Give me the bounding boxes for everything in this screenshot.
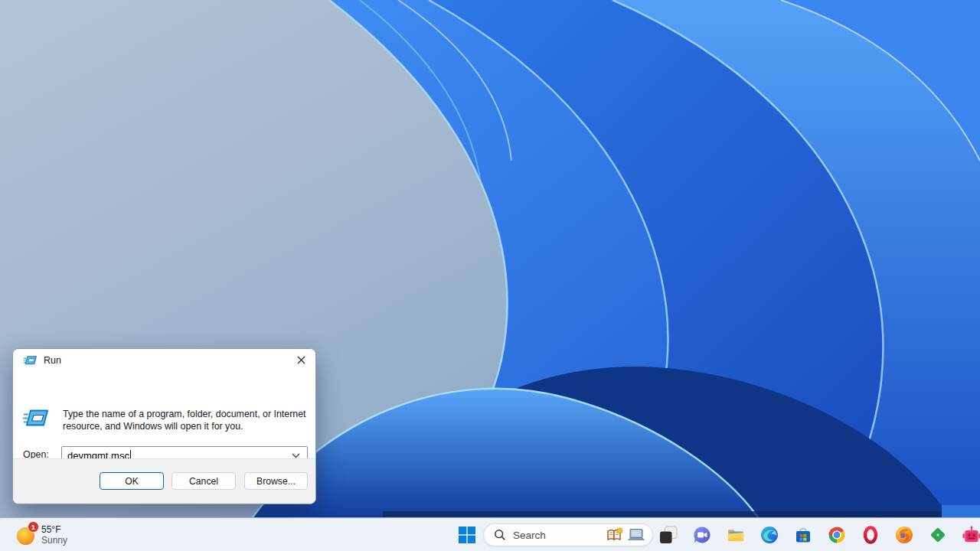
search-label: Search (513, 530, 546, 541)
file-explorer-icon (727, 526, 745, 544)
weather-widget[interactable]: 1 55°F Sunny (9, 518, 74, 551)
weather-text: 55°F Sunny (41, 524, 67, 546)
run-app-icon (23, 355, 37, 366)
taskbar: 1 55°F Sunny S (0, 517, 980, 551)
robot-app-icon (962, 525, 980, 545)
dialog-title: Run (44, 355, 61, 366)
taskbar-app-icons (659, 526, 980, 544)
search-highlight-laptop-icon (627, 528, 645, 542)
cancel-button[interactable]: Cancel (172, 472, 236, 490)
run-dialog-body: Type the name of a program, folder, docu… (13, 371, 315, 460)
dialog-message: Type the name of a program, folder, docu… (63, 409, 312, 432)
microsoft-store-icon (794, 526, 812, 544)
chrome-button[interactable] (828, 526, 846, 544)
weather-temperature: 55°F (41, 524, 67, 535)
file-explorer-button[interactable] (727, 526, 745, 544)
search-icon (494, 529, 506, 541)
ok-button[interactable]: OK (100, 472, 164, 490)
weather-sun-wrap: 1 (15, 525, 36, 546)
robot-app-button[interactable] (962, 526, 980, 544)
green-diamond-app-button[interactable] (929, 526, 947, 544)
green-diamond-app-icon (929, 526, 947, 544)
desktop: Run Type the name of a program, folder, … (0, 0, 980, 551)
chevron-down-icon (292, 453, 300, 458)
edge-button[interactable] (760, 526, 779, 544)
search-highlight-book-icon (606, 527, 624, 543)
task-view-button[interactable] (659, 526, 678, 544)
close-icon (297, 356, 305, 364)
start-button[interactable] (458, 526, 476, 544)
chat-icon (693, 526, 711, 544)
firefox-icon (895, 526, 913, 544)
combobox-dropdown-button[interactable] (285, 453, 307, 458)
taskbar-center: Search (458, 518, 980, 551)
chrome-icon (828, 526, 846, 544)
search-box[interactable]: Search (483, 523, 653, 546)
edge-icon (760, 526, 779, 544)
opera-button[interactable] (861, 526, 880, 544)
chat-button[interactable] (693, 526, 711, 544)
run-dialog: Run Type the name of a program, folder, … (12, 348, 316, 504)
browse-button[interactable]: Browse... (244, 472, 308, 490)
run-icon (22, 408, 48, 429)
notification-badge: 1 (28, 521, 39, 533)
run-dialog-footer: OK Cancel Browse... (13, 458, 315, 504)
task-view-icon (659, 526, 678, 544)
weather-condition: Sunny (41, 535, 67, 546)
opera-icon (861, 526, 880, 544)
close-button[interactable] (286, 349, 315, 371)
windows-start-icon (458, 526, 476, 544)
run-dialog-titlebar[interactable]: Run (13, 349, 315, 371)
microsoft-store-button[interactable] (794, 526, 812, 544)
firefox-button[interactable] (895, 526, 913, 544)
